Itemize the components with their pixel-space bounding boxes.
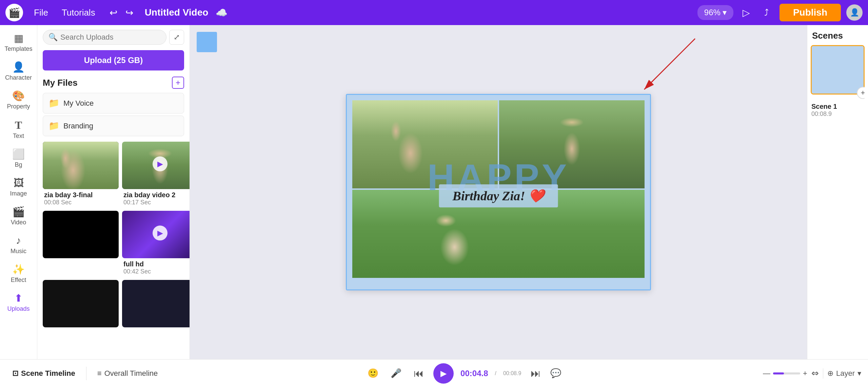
sidebar-item-image[interactable]: 🖼 Image <box>0 173 37 202</box>
zoom-control[interactable]: 96% ▾ <box>697 5 733 20</box>
cloud-save-icon[interactable]: ☁️ <box>216 7 228 18</box>
property-icon: 🎨 <box>12 91 25 101</box>
list-item[interactable] <box>43 211 119 277</box>
layer-dropdown-icon: ▾ <box>857 369 861 378</box>
total-time: 00:08.9 <box>503 370 521 376</box>
sidebar-item-effect[interactable]: ✨ Effect <box>0 260 37 288</box>
folder-item-branding[interactable]: 📁 Branding <box>43 116 184 136</box>
play-pause-button[interactable]: ▶ <box>433 363 454 384</box>
list-item[interactable]: zia bday 3-final 00:08 Sec <box>43 142 119 207</box>
character-icon: 👤 <box>12 62 25 72</box>
sidebar-item-uploads[interactable]: ⬆ Uploads <box>0 288 37 317</box>
skip-forward-button[interactable]: ⏭ <box>528 365 544 382</box>
sidebar-item-bg[interactable]: ⬜ Bg <box>0 144 37 173</box>
files-grid: zia bday 3-final 00:08 Sec ▶ zia bday vi… <box>37 138 190 334</box>
bg-icon: ⬜ <box>12 149 25 159</box>
folder-item-myvoice[interactable]: 📁 My Voice <box>43 93 184 114</box>
text-icon: T <box>15 120 22 130</box>
topbar-menu: File Tutorials <box>28 5 101 21</box>
scene-label: Scene 1 <box>811 103 865 110</box>
file-thumbnail[interactable]: ▶ <box>122 211 190 258</box>
layer-button[interactable]: ⊕ Layer ▾ <box>827 369 861 378</box>
file-duration: 00:17 Sec <box>123 199 190 206</box>
zoom-minus-icon: — <box>763 369 770 378</box>
project-title: Untitled Video <box>145 7 209 18</box>
time-separator: / <box>495 370 496 376</box>
preview-play-button[interactable]: ▷ <box>739 5 754 20</box>
file-menu[interactable]: File <box>28 5 54 21</box>
publish-button[interactable]: Publish <box>780 4 841 21</box>
file-thumbnail[interactable]: ▶ <box>122 142 190 189</box>
birthday-banner[interactable]: Birthday Zia! ❤️ <box>439 184 558 207</box>
sidebar-item-character-label: Character <box>5 74 32 81</box>
scene-timeline-icon: ⊡ <box>12 369 18 378</box>
file-info <box>122 327 190 331</box>
search-input[interactable] <box>60 33 161 42</box>
sidebar-item-templates[interactable]: ▦ Templates <box>0 28 37 57</box>
sidebar-item-property-label: Property <box>7 103 30 110</box>
layer-icon: ⊕ <box>827 369 833 378</box>
my-files-title: My Files <box>43 78 78 88</box>
file-thumbnail[interactable] <box>43 142 119 189</box>
file-duration: 00:42 Sec <box>123 268 190 275</box>
scene-add-button[interactable]: + <box>857 87 865 99</box>
my-files-header: My Files + <box>37 73 190 91</box>
tab-scene-timeline[interactable]: ⊡ Scene Timeline <box>7 366 81 381</box>
scenes-title: Scenes <box>811 30 865 41</box>
sidebar-item-bg-label: Bg <box>15 161 22 168</box>
canvas-frame[interactable]: HAPPY Birthday Zia! ❤️ <box>346 94 651 290</box>
play-icon: ▶ <box>440 369 447 378</box>
list-item[interactable]: ▶ full hd 00:42 Sec <box>122 211 190 277</box>
sidebar-item-music-label: Music <box>11 248 26 255</box>
app-logo[interactable]: 🎬 <box>5 4 23 21</box>
folder-icon: 📁 <box>48 98 59 108</box>
user-avatar[interactable]: 👤 <box>846 4 863 21</box>
file-name: full hd <box>123 260 190 268</box>
file-info <box>43 258 119 262</box>
current-time: 00:04.8 <box>460 369 488 378</box>
file-info <box>43 327 119 331</box>
play-overlay-icon: ▶ <box>153 226 167 241</box>
file-info: zia bday video 2 00:17 Sec <box>122 189 190 207</box>
undo-button[interactable]: ↩ <box>106 4 121 21</box>
sidebar-item-property[interactable]: 🎨 Property <box>0 86 37 115</box>
scene-card[interactable]: + <box>811 45 865 95</box>
sidebar-item-character[interactable]: 👤 Character <box>0 57 37 86</box>
folder-icon: 📁 <box>48 121 59 131</box>
timeline-divider <box>86 367 86 380</box>
sidebar-item-music[interactable]: ♪ Music <box>0 231 37 260</box>
redo-button[interactable]: ↪ <box>122 4 137 21</box>
share-button[interactable]: ⤴ <box>759 5 774 20</box>
mic-button[interactable]: 🎤 <box>388 365 404 381</box>
right-sidebar-scenes: Scenes + Scene 1 00:08.9 <box>807 25 868 359</box>
file-thumbnail[interactable] <box>43 211 119 258</box>
add-files-button[interactable]: + <box>172 77 184 89</box>
sidebar-item-text[interactable]: T Text <box>0 115 37 144</box>
expand-button[interactable]: ⤢ <box>169 30 184 45</box>
list-item[interactable] <box>43 280 119 331</box>
scene-face-button[interactable]: 🙂 <box>365 365 381 381</box>
uploads-icon: ⬆ <box>14 293 23 303</box>
canvas-element-blue-square[interactable] <box>197 32 217 52</box>
expand-arrows-button[interactable]: ⇔ <box>811 368 819 379</box>
file-thumbnail[interactable] <box>43 280 119 327</box>
list-item[interactable] <box>122 280 190 331</box>
zoom-plus-icon: + <box>803 369 807 378</box>
sidebar-item-video[interactable]: 🎬 Video <box>0 202 37 231</box>
play-overlay-icon: ▶ <box>153 157 167 171</box>
music-icon: ♪ <box>16 236 21 246</box>
skip-back-button[interactable]: ⏮ <box>411 365 427 382</box>
upload-button[interactable]: Upload (25 GB) <box>43 50 184 70</box>
tutorials-menu[interactable]: Tutorials <box>56 5 101 21</box>
tab-overall-timeline-label: Overall Timeline <box>104 369 158 378</box>
zoom-slider[interactable] <box>773 372 800 374</box>
scene-thumbnail <box>812 46 864 94</box>
captions-button[interactable]: 💬 <box>550 368 561 379</box>
search-icon: 🔍 <box>48 33 58 42</box>
tab-overall-timeline[interactable]: ≡ Overall Timeline <box>92 366 163 381</box>
search-area: 🔍 ⤢ <box>37 25 190 47</box>
file-thumbnail[interactable] <box>122 280 190 327</box>
list-item[interactable]: ▶ zia bday video 2 00:17 Sec <box>122 142 190 207</box>
divider <box>823 368 823 379</box>
sidebar-item-effect-label: Effect <box>11 277 26 284</box>
